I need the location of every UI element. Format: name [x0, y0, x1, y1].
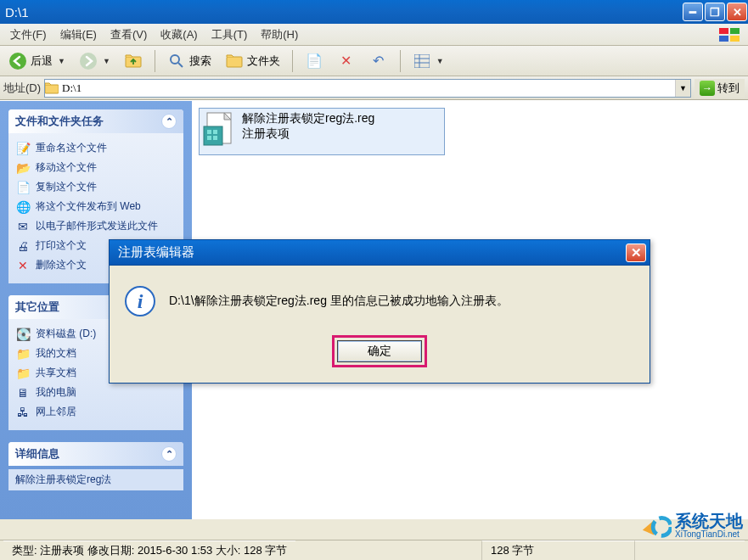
disk-icon: 💽 — [15, 328, 31, 341]
menu-help[interactable]: 帮助(H) — [254, 25, 305, 45]
tasks-header[interactable]: 文件和文件夹任务 ⌃ — [8, 109, 183, 133]
address-dropdown[interactable]: ▼ — [675, 80, 690, 97]
svg-point-7 — [171, 55, 179, 64]
details-header[interactable]: 详细信息 ⌃ — [8, 442, 183, 466]
menu-edit[interactable]: 编辑(E) — [53, 25, 104, 45]
folders-button[interactable]: 文件夹 — [220, 49, 285, 73]
moveto-button[interactable]: 📄 — [300, 49, 329, 73]
menu-tools[interactable]: 工具(T) — [205, 25, 255, 45]
tasks-title: 文件和文件夹任务 — [15, 114, 104, 129]
details-title: 详细信息 — [15, 446, 59, 462]
search-label: 搜索 — [189, 53, 211, 69]
undo-icon: ↶ — [369, 52, 388, 70]
status-size: 128 字节 — [481, 540, 634, 560]
watermark-brand: 系统天地 — [675, 512, 743, 529]
status-zone — [634, 540, 745, 560]
menu-view[interactable]: 查看(V) — [104, 25, 154, 45]
window-titlebar: D:\1 ━ ❐ ✕ — [0, 0, 748, 24]
task-publish[interactable]: 🌐将这个文件发布到 Web — [15, 197, 177, 216]
search-button[interactable]: 搜索 — [162, 49, 217, 73]
delete-button[interactable]: ✕ — [332, 49, 361, 73]
svg-line-8 — [178, 63, 183, 67]
window-title: D:\1 — [5, 5, 682, 20]
rename-icon: 📝 — [15, 142, 31, 155]
svg-rect-20 — [207, 136, 211, 140]
svg-rect-21 — [213, 136, 217, 140]
undo-button[interactable]: ↶ — [364, 49, 393, 73]
file-text: 解除注册表锁定reg法.reg 注册表项 — [242, 110, 374, 141]
chevron-down-icon: ▼ — [103, 57, 110, 65]
task-copy[interactable]: 📄复制这个文件 — [15, 177, 177, 197]
ok-button[interactable]: 确定 — [337, 340, 422, 362]
menu-bar: 文件(F) 编辑(E) 查看(V) 收藏(A) 工具(T) 帮助(H) — [0, 24, 748, 46]
svg-rect-19 — [213, 130, 217, 134]
dialog-titlebar[interactable]: 注册表编辑器 ✕ — [109, 239, 650, 265]
menu-file[interactable]: 文件(F) — [3, 25, 53, 45]
svg-point-4 — [9, 53, 26, 70]
email-icon: ✉ — [15, 220, 31, 233]
watermark: 系统天地 XiTongTianDi.net — [639, 509, 743, 541]
svg-rect-18 — [207, 130, 211, 134]
address-path: D:\1 — [62, 81, 675, 95]
task-email[interactable]: ✉以电子邮件形式发送此文件 — [15, 216, 177, 236]
separator — [292, 50, 293, 72]
task-rename[interactable]: 📝重命名这个文件 — [15, 138, 177, 158]
dialog-body: i D:\1\解除注册表锁定reg法.reg 里的信息已被成功地输入注册表。 确… — [109, 265, 650, 384]
chevron-down-icon: ▼ — [58, 57, 65, 65]
windows-flag-icon — [714, 26, 745, 43]
up-button[interactable] — [119, 49, 148, 73]
address-input[interactable]: D:\1 ▼ — [44, 79, 691, 98]
place-network[interactable]: 🖧网上邻居 — [15, 402, 177, 422]
collapse-icon: ⌃ — [161, 446, 177, 462]
close-button[interactable]: ✕ — [727, 3, 747, 21]
svg-rect-2 — [719, 36, 728, 42]
place-mycomputer[interactable]: 🖥我的电脑 — [15, 383, 177, 402]
ok-highlight: 确定 — [332, 335, 427, 367]
go-label: 转到 — [717, 81, 740, 96]
address-label: 地址(D) — [3, 81, 41, 96]
moveto-icon: 📄 — [305, 52, 323, 70]
svg-rect-1 — [730, 28, 740, 34]
copy-icon: 📄 — [15, 181, 31, 194]
collapse-icon: ⌃ — [161, 114, 177, 129]
dialog-close-button[interactable]: ✕ — [626, 244, 646, 262]
task-move[interactable]: 📂移动这个文件 — [15, 158, 177, 177]
svg-point-5 — [80, 53, 97, 70]
other-places-title: 其它位置 — [15, 300, 59, 315]
network-icon: 🖧 — [15, 406, 31, 419]
go-icon: → — [700, 81, 715, 96]
file-type: 注册表项 — [242, 126, 374, 141]
watermark-url: XiTongTianDi.net — [675, 529, 743, 539]
minimize-button[interactable]: ━ — [683, 3, 703, 21]
back-button[interactable]: 后退 ▼ — [3, 49, 70, 73]
maximize-button[interactable]: ❐ — [705, 3, 725, 21]
views-icon — [413, 52, 431, 70]
folder-icon — [45, 82, 62, 94]
print-icon: 🖨 — [15, 239, 31, 253]
reg-file-icon — [201, 110, 237, 149]
back-label: 后退 — [31, 53, 53, 69]
file-name: 解除注册表锁定reg法.reg — [242, 110, 374, 126]
search-icon — [167, 52, 186, 70]
views-button[interactable]: ▼ — [408, 49, 449, 73]
watermark-logo-icon — [639, 509, 672, 541]
toolbar: 后退 ▼ ▼ 搜索 文件夹 📄 ✕ ↶ ▼ — [0, 46, 748, 76]
web-icon: 🌐 — [15, 200, 31, 214]
file-item-selected[interactable]: 解除注册表锁定reg法.reg 注册表项 — [199, 108, 445, 155]
forward-button[interactable]: ▼ — [74, 49, 115, 73]
svg-rect-14 — [45, 85, 59, 93]
svg-rect-9 — [227, 57, 242, 67]
folders-label: 文件夹 — [247, 53, 280, 69]
delete-icon: ✕ — [15, 259, 31, 272]
folder-icon: 📁 — [15, 367, 31, 380]
svg-point-22 — [653, 518, 671, 535]
status-info: 类型: 注册表项 修改日期: 2015-6-30 1:53 大小: 128 字节 — [3, 540, 295, 560]
separator — [400, 50, 401, 72]
dialog-title: 注册表编辑器 — [118, 244, 194, 260]
move-icon: 📂 — [15, 161, 31, 175]
folders-icon — [225, 52, 244, 70]
info-icon: i — [125, 286, 155, 316]
svg-rect-10 — [414, 54, 430, 68]
menu-favorites[interactable]: 收藏(A) — [154, 25, 204, 45]
go-button[interactable]: → 转到 — [695, 79, 745, 98]
